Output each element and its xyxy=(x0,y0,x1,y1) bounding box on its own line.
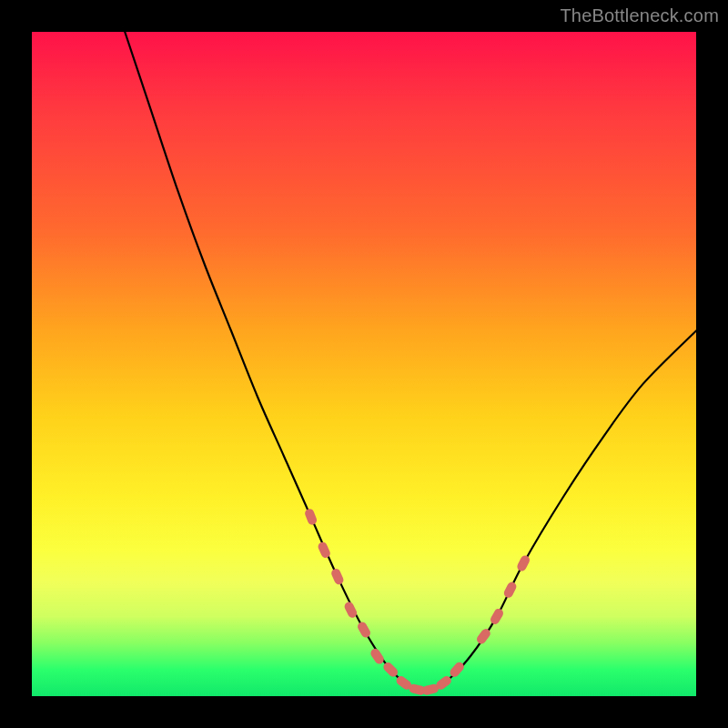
highlight-marker xyxy=(356,621,372,640)
highlight-marker xyxy=(502,581,518,600)
highlight-marker xyxy=(330,567,345,586)
watermark-text: TheBottleneck.com xyxy=(560,5,719,26)
chart-svg xyxy=(32,32,696,696)
chart-plot-area xyxy=(32,32,696,696)
highlight-marker-group xyxy=(304,508,531,696)
outer-frame: TheBottleneck.com xyxy=(0,0,728,728)
bottleneck-curve-line xyxy=(125,32,696,690)
highlight-marker xyxy=(369,647,385,666)
highlight-marker xyxy=(304,508,318,526)
highlight-marker xyxy=(516,554,531,573)
highlight-marker xyxy=(449,661,466,679)
highlight-marker xyxy=(489,607,505,626)
